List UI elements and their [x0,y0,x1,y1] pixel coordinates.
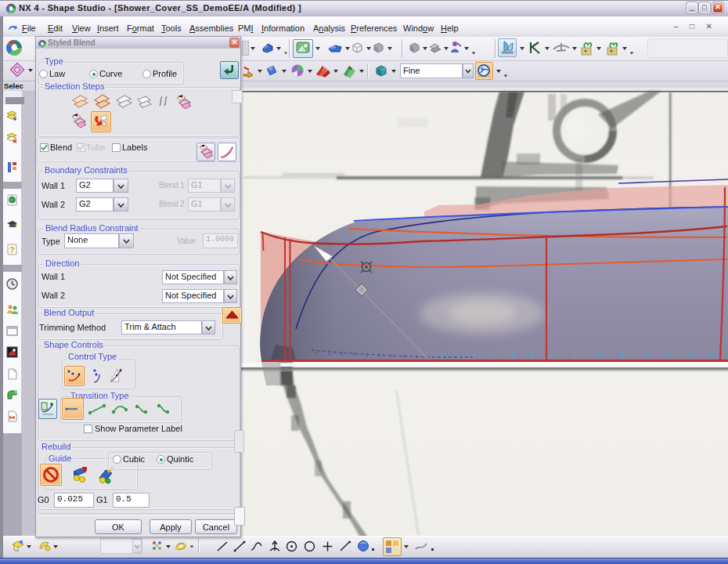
svg-text:?: ? [9,245,15,255]
